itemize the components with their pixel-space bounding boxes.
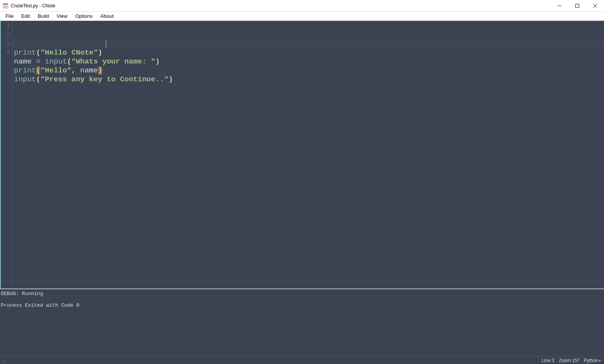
- code-token: (: [36, 66, 40, 75]
- code-token: ): [98, 48, 102, 57]
- minimize-button[interactable]: [551, 0, 568, 12]
- code-token: [32, 57, 36, 66]
- svg-rect-1: [3, 3, 8, 5]
- chevron-down-icon: ▾: [599, 359, 601, 362]
- line-gutter: 1 2 3 4: [1, 21, 12, 288]
- code-token: "Hello": [40, 66, 71, 75]
- svg-point-9: [2, 362, 3, 363]
- svg-rect-6: [576, 4, 579, 7]
- code-line[interactable]: name = input("Whats your name: "): [14, 57, 604, 66]
- code-line[interactable]: input("Press any key to Continue.."): [14, 75, 604, 84]
- code-line[interactable]: print("Hello", name): [14, 66, 604, 75]
- line-number: 4: [1, 48, 10, 57]
- code-token: "Press any key to Continue..": [40, 75, 169, 84]
- status-zoom: Zoom 157: [557, 358, 582, 363]
- code-line[interactable]: print("Hello CNote"): [14, 48, 604, 57]
- menu-file[interactable]: File: [2, 12, 17, 20]
- code-token: =: [36, 57, 40, 66]
- resize-grip-icon: [2, 358, 7, 363]
- menu-options[interactable]: Options: [71, 12, 96, 20]
- titlebar: CnoteTest.py - CNote: [0, 0, 604, 12]
- line-number: 3: [1, 39, 10, 48]
- code-token: ): [98, 66, 102, 75]
- code-token: name: [14, 57, 32, 66]
- app-icon: [2, 3, 9, 9]
- code-token: name: [80, 66, 98, 75]
- code-editor[interactable]: 1 2 3 4 print("Hello CNote")name = input…: [0, 21, 604, 288]
- svg-point-10: [3, 362, 4, 363]
- status-language-selector[interactable]: Python ▾: [582, 358, 602, 363]
- code-token: ): [155, 57, 160, 66]
- status-line: Line 3: [539, 358, 557, 363]
- code-token: ): [169, 75, 173, 84]
- main-area: 1 2 3 4 print("Hello CNote")name = input…: [0, 21, 604, 356]
- line-number: 1: [1, 22, 10, 31]
- menu-build[interactable]: Build: [34, 12, 53, 20]
- menubar: File Edit Build View Options About: [0, 12, 604, 21]
- code-token: "Whats your name: ": [71, 57, 155, 66]
- menu-about[interactable]: About: [96, 12, 117, 20]
- code-token: input: [45, 57, 67, 66]
- svg-point-11: [3, 361, 4, 361]
- code-token: ,: [71, 66, 76, 75]
- code-token: input: [14, 75, 36, 84]
- code-token: (: [36, 48, 40, 57]
- close-button[interactable]: [586, 0, 604, 12]
- code-token: [40, 57, 45, 66]
- code-token: print: [14, 48, 36, 57]
- maximize-button[interactable]: [568, 0, 586, 12]
- output-panel[interactable]: DEBUG: Running Process Exited with Code …: [0, 288, 604, 356]
- code-token: "Hello CNote": [40, 48, 98, 57]
- code-token: [76, 66, 80, 75]
- code-token: (: [67, 57, 71, 66]
- line-number: 2: [1, 31, 10, 39]
- code-token: print: [14, 66, 36, 75]
- code-token: (: [36, 75, 40, 84]
- status-language-label: Python: [584, 358, 598, 363]
- code-area[interactable]: print("Hello CNote")name = input("Whats …: [12, 21, 604, 288]
- text-caret: [106, 40, 106, 48]
- menu-view[interactable]: View: [53, 12, 71, 20]
- window-title: CnoteTest.py - CNote: [11, 3, 55, 9]
- menu-edit[interactable]: Edit: [17, 12, 34, 20]
- status-bar: Line 3 Zoom 157 Python ▾: [0, 356, 604, 364]
